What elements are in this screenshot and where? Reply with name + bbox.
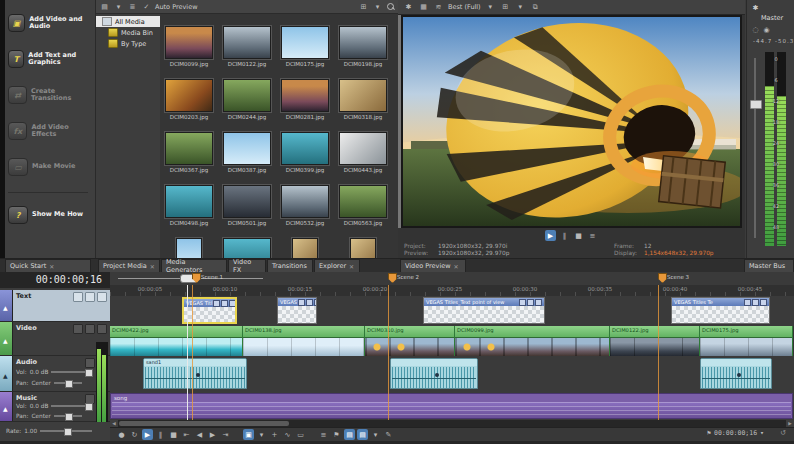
master-fader-handle[interactable] bbox=[750, 100, 762, 109]
media-thumbnail[interactable]: DCIM0122.jpg bbox=[222, 26, 272, 67]
mixer-gear-icon[interactable]: ✱ bbox=[750, 2, 761, 13]
external-monitor-icon[interactable]: ▦ bbox=[418, 2, 429, 13]
pen-icon[interactable]: ✎ bbox=[383, 429, 394, 440]
timecode-display[interactable]: 00:00:00;16 bbox=[0, 272, 110, 288]
text-track-header[interactable]: ▲ Text bbox=[0, 290, 110, 322]
clip-fx-icons[interactable] bbox=[298, 299, 316, 306]
title-clip[interactable]: VEGAS Titles_Text point of view bbox=[423, 297, 545, 324]
title-clip[interactable]: VEGAS bbox=[277, 297, 317, 324]
previous-frame-icon[interactable]: ◀ bbox=[194, 429, 205, 440]
video-clip[interactable]: DCIM0310.jpg bbox=[365, 326, 455, 356]
new-bin-icon[interactable]: ▤ bbox=[99, 1, 110, 12]
music-track-header[interactable]: ▲ Music Vol:0.0 dB Pan:Center bbox=[0, 392, 110, 422]
text-track-lane[interactable]: VEGAS TitlVEGASVEGAS Titles_Text point o… bbox=[110, 296, 794, 327]
audio-track-header[interactable]: ▲ Audio Vol:0.0 dB Pan:Center bbox=[0, 356, 110, 392]
lock-icon[interactable]: ≡ bbox=[318, 429, 329, 440]
snapping-icon[interactable]: ▤ bbox=[357, 429, 368, 440]
cursor-position-display[interactable]: ⚑ 00:00:00;16 ▾ bbox=[707, 429, 764, 437]
media-thumbnail[interactable]: DCIM0175.jpg bbox=[280, 26, 330, 67]
auto-preview-label[interactable]: Auto Preview bbox=[155, 3, 197, 11]
close-icon[interactable]: ✕ bbox=[349, 263, 354, 270]
go-to-start-icon[interactable]: ⇤ bbox=[181, 429, 192, 440]
record-icon[interactable]: ● bbox=[116, 429, 127, 440]
play-icon[interactable]: ▶ bbox=[545, 230, 556, 241]
close-icon[interactable]: ✕ bbox=[49, 263, 54, 270]
envelope-node[interactable] bbox=[435, 373, 439, 377]
media-thumbnail[interactable]: DCIM0387.jpg bbox=[222, 132, 272, 173]
insert-marker-icon[interactable]: ⚑ bbox=[331, 429, 342, 440]
audio-clip[interactable] bbox=[390, 358, 478, 389]
envelope-node[interactable] bbox=[737, 373, 741, 377]
sidebar-item-add-text-and-graphics[interactable]: TAdd Text and Graphics bbox=[8, 44, 94, 74]
snapping-dropdown-icon[interactable]: ▾ bbox=[370, 429, 381, 440]
auto-ripple-icon[interactable]: ▤ bbox=[344, 429, 355, 440]
media-thumbnail[interactable]: DCIM0443.jpg bbox=[338, 132, 388, 173]
tab-project-media[interactable]: Project Media✕ bbox=[98, 259, 160, 272]
overlays-dropdown-icon[interactable]: ▾ bbox=[515, 2, 526, 13]
play-icon[interactable]: ▶ bbox=[142, 429, 153, 440]
media-thumbnail[interactable]: DCIM0281.jpg bbox=[280, 79, 330, 120]
zoom-edit-tool-icon[interactable]: ▭ bbox=[295, 429, 306, 440]
pause-icon[interactable]: ‖ bbox=[559, 230, 570, 241]
volume-slider[interactable] bbox=[51, 371, 91, 373]
search-icon[interactable] bbox=[386, 2, 395, 11]
scrollbar-thumb[interactable] bbox=[119, 421, 289, 426]
tab-quick-start[interactable]: Quick Start✕ bbox=[5, 259, 91, 272]
preview-quality-label[interactable]: Best (Full) bbox=[448, 3, 481, 11]
media-thumbnail[interactable]: DCIM0198.jpg bbox=[338, 26, 388, 67]
clip-fx-icons[interactable] bbox=[519, 299, 542, 306]
audio-clip[interactable] bbox=[700, 358, 772, 389]
video-clip[interactable]: DCIM0099.jpg bbox=[455, 326, 610, 356]
edit-tool-dropdown-icon[interactable]: ▾ bbox=[256, 429, 267, 440]
media-thumbnail[interactable]: DCIM0563.jpg bbox=[338, 185, 388, 226]
scroll-right-icon[interactable]: ▶ bbox=[786, 420, 794, 427]
media-thumbnail[interactable]: DCIM0618.jpg bbox=[222, 238, 272, 258]
tree-item-by-type[interactable]: By Type bbox=[102, 38, 160, 49]
media-thumbnail[interactable]: DCIM0203.jpg bbox=[164, 79, 214, 120]
dropdown-icon[interactable]: ▾ bbox=[760, 429, 764, 437]
copy-snapshot-icon[interactable]: ⧉ bbox=[530, 2, 541, 13]
bin-dropdown-icon[interactable]: ▾ bbox=[113, 1, 124, 12]
media-thumbnail[interactable]: DCIM0367.jpg bbox=[164, 132, 214, 173]
next-frame-icon[interactable]: ▶ bbox=[207, 429, 218, 440]
close-icon[interactable]: ✕ bbox=[454, 263, 459, 270]
video-clip[interactable]: DCIM0122.jpg bbox=[610, 326, 700, 356]
envelope-tool-icon[interactable]: + bbox=[269, 429, 280, 440]
audio-track-lane[interactable]: sand1 bbox=[110, 356, 794, 393]
audio-clip[interactable]: sand1 bbox=[143, 358, 247, 389]
views-dropdown-icon[interactable]: ▾ bbox=[372, 1, 383, 12]
preview-settings-gear-icon[interactable]: ✱ bbox=[403, 2, 414, 13]
media-thumbnail[interactable]: DCIM0244.jpg bbox=[222, 79, 272, 120]
title-clip[interactable]: VEGAS Titl bbox=[182, 297, 237, 324]
media-thumbnail[interactable]: DCIM0498.jpg bbox=[164, 185, 214, 226]
jog-icon[interactable]: ↺ bbox=[780, 429, 786, 437]
media-thumbnail[interactable]: DCIM0601.jpg bbox=[164, 238, 214, 258]
close-icon[interactable]: ✕ bbox=[150, 263, 155, 270]
tab-media-generators[interactable]: Media Generators bbox=[161, 259, 227, 272]
video-fx-icon[interactable]: ≋ bbox=[433, 2, 444, 13]
mute-icon[interactable]: ◌ bbox=[750, 24, 761, 35]
pause-icon[interactable]: ‖ bbox=[155, 429, 166, 440]
tree-item-all-media[interactable]: All Media bbox=[96, 16, 160, 27]
media-thumbnail[interactable]: DCIM0663.jpg bbox=[338, 238, 388, 258]
video-track-lane[interactable]: DCIM0422.jpgDCIM0138.jpgDCIM0310.jpgDCIM… bbox=[110, 326, 794, 357]
selection-tool-icon[interactable]: ∿ bbox=[282, 429, 293, 440]
tree-item-media-bin[interactable]: Media Bin bbox=[102, 27, 160, 38]
video-clip[interactable]: DCIM0422.jpg bbox=[110, 326, 243, 356]
sidebar-item-create-transitions[interactable]: ⇄Create Transitions bbox=[8, 80, 94, 110]
media-thumbnail[interactable]: DCIM0501.jpg bbox=[222, 185, 272, 226]
solo-icon[interactable]: ◉ bbox=[761, 24, 772, 35]
music-clip[interactable]: song bbox=[110, 393, 793, 419]
pan-slider[interactable] bbox=[54, 382, 82, 384]
volume-slider[interactable] bbox=[51, 405, 91, 407]
scroll-left-icon[interactable]: ◀ bbox=[110, 420, 118, 427]
sidebar-item-make-movie[interactable]: ▭Make Movie bbox=[8, 152, 94, 182]
go-to-end-icon[interactable]: ⇥ bbox=[220, 429, 231, 440]
pan-slider[interactable] bbox=[54, 415, 82, 417]
title-clip[interactable]: VEGAS Titles Te bbox=[671, 297, 770, 324]
tab-explorer[interactable]: Explorer✕ bbox=[314, 259, 360, 272]
tab-master-bus[interactable]: Master Bus bbox=[744, 259, 794, 272]
quality-dropdown-icon[interactable]: ▾ bbox=[485, 2, 496, 13]
rate-slider[interactable] bbox=[40, 430, 92, 432]
tab-video-fx[interactable]: Video FX bbox=[228, 259, 266, 272]
